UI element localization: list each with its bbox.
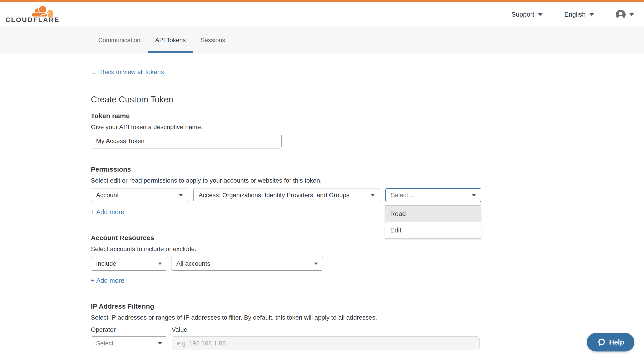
permission-group-select[interactable]: Access: Organizations, Identity Provider… (194, 188, 380, 202)
back-link-label: Back to view all tokens (100, 68, 164, 76)
account-resources-section: Account Resources Select accounts to inc… (91, 234, 644, 284)
left-arrow-icon: ← (91, 68, 98, 76)
account-resources-add-more-link[interactable]: + Add more (91, 276, 124, 284)
brand-accent-bar (0, 0, 644, 2)
language-menu[interactable]: English (564, 11, 594, 18)
ip-filtering-section: IP Address Filtering Select IP addresses… (91, 302, 644, 350)
chevron-down-icon (179, 194, 183, 197)
cloudflare-cloud-icon (30, 4, 54, 17)
value-label: Value (172, 326, 187, 333)
ip-filtering-labels: Operator Value (91, 326, 644, 333)
ip-filtering-heading: IP Address Filtering (91, 302, 644, 311)
resource-mode-value: Include (96, 260, 116, 267)
token-name-heading: Token name (91, 112, 644, 120)
help-button[interactable]: Help (587, 333, 634, 351)
permissions-heading: Permissions (91, 165, 644, 174)
resource-scope-select[interactable]: All accounts (171, 257, 323, 271)
chevron-down-icon (589, 13, 594, 16)
permissions-description: Select edit or read permissions to apply… (91, 177, 644, 184)
permissions-select-row: Account Access: Organizations, Identity … (91, 188, 644, 202)
main-content: ← Back to view all tokens Create Custom … (0, 53, 644, 350)
ip-operator-placeholder: Select... (96, 340, 119, 347)
account-resources-description: Select accounts to include or exclude. (91, 245, 644, 253)
tab-api-tokens[interactable]: API Tokens (148, 28, 193, 53)
support-menu[interactable]: Support (512, 11, 543, 18)
permission-level-select[interactable]: Select... (385, 188, 481, 202)
chevron-down-icon (538, 13, 543, 16)
chat-bubble-icon (597, 338, 606, 347)
cloudflare-logo[interactable]: CLOUDFLARE (6, 6, 53, 24)
account-resources-select-row: Include All accounts (91, 257, 644, 271)
permissions-section: Permissions Select edit or read permissi… (91, 165, 644, 216)
permission-level-placeholder: Select... (391, 192, 413, 199)
account-resources-heading: Account Resources (91, 234, 644, 242)
dropdown-option-read[interactable]: Read (385, 206, 481, 222)
permission-level-dropdown: Read Edit (385, 205, 481, 239)
back-to-tokens-link[interactable]: ← Back to view all tokens (91, 68, 164, 76)
app-header: CLOUDFLARE Support English (0, 2, 644, 28)
ip-filtering-description: Select IP addresses or ranges of IP addr… (91, 314, 644, 321)
dropdown-option-edit[interactable]: Edit (385, 222, 481, 238)
chevron-down-icon (314, 262, 318, 265)
operator-label: Operator (91, 326, 167, 333)
ip-value-input[interactable] (172, 336, 480, 350)
chevron-down-icon (158, 342, 162, 345)
permission-scope-value: Account (96, 192, 119, 199)
tab-sessions[interactable]: Sessions (193, 28, 233, 53)
cloudflare-wordmark: CLOUDFLARE (6, 16, 60, 24)
chevron-down-icon (371, 194, 375, 197)
help-button-label: Help (609, 338, 624, 346)
permission-group-value: Access: Organizations, Identity Provider… (198, 192, 350, 199)
ip-filtering-row: Select... (91, 336, 644, 350)
ip-operator-select[interactable]: Select... (91, 336, 167, 350)
tab-communication[interactable]: Communication (91, 28, 148, 53)
token-name-description: Give your API token a descriptive name. (91, 123, 644, 131)
chevron-down-icon (629, 13, 634, 16)
chevron-down-icon (472, 194, 476, 197)
account-menu[interactable] (616, 10, 634, 20)
permission-scope-select[interactable]: Account (91, 188, 188, 202)
chevron-down-icon (158, 262, 162, 265)
resource-mode-select[interactable]: Include (91, 257, 167, 271)
token-name-section: Token name Give your API token a descrip… (91, 112, 644, 148)
token-name-input[interactable] (91, 134, 282, 148)
profile-tabbar: Communication API Tokens Sessions (0, 28, 644, 53)
page-title: Create Custom Token (91, 95, 644, 104)
user-avatar-icon (616, 10, 626, 20)
resource-scope-value: All accounts (176, 260, 210, 267)
permissions-add-more-link[interactable]: + Add more (91, 208, 124, 216)
